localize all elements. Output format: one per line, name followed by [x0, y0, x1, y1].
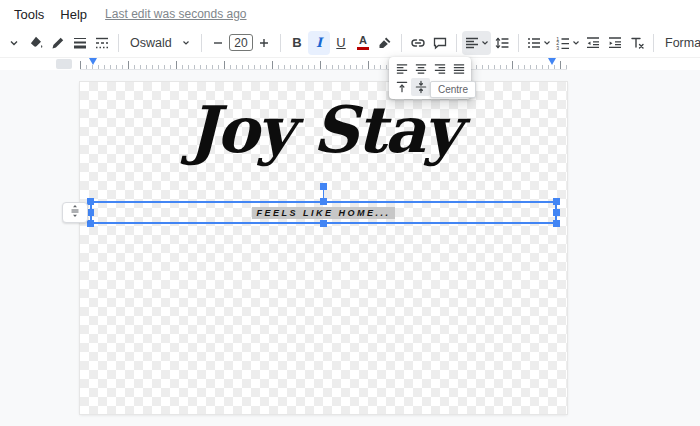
last-edit-link[interactable]: Last edit was seconds ago [105, 7, 246, 21]
bold-icon: B [292, 36, 301, 49]
clear-formatting-button[interactable] [626, 31, 648, 55]
align-justify-icon [452, 62, 466, 76]
toolbar: Oswald 20 B I U A [0, 28, 700, 58]
increase-indent-button[interactable] [604, 31, 626, 55]
add-comment-button[interactable] [429, 31, 451, 55]
selected-textbox[interactable]: FEELS LIKE HOME... [90, 201, 557, 224]
heading-text[interactable]: Joy Stay [80, 92, 567, 167]
resize-handle-bottom-right[interactable] [553, 220, 560, 227]
highlight-color-button[interactable] [374, 31, 396, 55]
align-button[interactable] [462, 31, 491, 55]
toolbar-separator [518, 34, 519, 52]
font-family-select[interactable]: Oswald [124, 31, 196, 55]
align-left-icon [464, 35, 480, 51]
border-color-button[interactable] [47, 31, 69, 55]
border-dash-button[interactable] [91, 31, 113, 55]
bold-button[interactable]: B [286, 31, 308, 55]
vertical-align-middle-option[interactable] [411, 78, 430, 96]
bulleted-list-icon [526, 35, 542, 51]
resize-handle-bottom-middle[interactable] [320, 220, 327, 227]
insert-link-button[interactable] [407, 31, 429, 55]
line-spacing-button[interactable] [491, 31, 513, 55]
chevron-down-icon [481, 39, 489, 47]
horizontal-ruler [80, 58, 567, 70]
indent-icon [607, 35, 623, 51]
paint-bucket-icon [28, 35, 44, 51]
drag-vertical-icon [68, 204, 82, 222]
chevron-down-icon [9, 38, 19, 48]
resize-handle-middle-left[interactable] [87, 209, 94, 216]
increase-font-size-button[interactable] [253, 31, 275, 55]
canvas: Joy Stay FEELS LIKE HOME... [0, 70, 700, 426]
text-color-button[interactable]: A [352, 31, 374, 55]
link-icon [410, 35, 426, 51]
align-center-icon [414, 62, 428, 76]
outdent-icon [585, 35, 601, 51]
dashed-lines-icon [94, 35, 110, 51]
italic-button[interactable]: I [308, 31, 330, 55]
highlighter-icon [377, 35, 393, 51]
drawing-page[interactable]: Joy Stay FEELS LIKE HOME... [80, 82, 567, 414]
align-right-icon [433, 62, 447, 76]
resize-handle-bottom-left[interactable] [87, 220, 94, 227]
vertical-align-top-icon [395, 80, 409, 94]
vertical-align-middle-icon [414, 80, 428, 94]
align-left-icon [395, 62, 409, 76]
tooltip: Centre [430, 81, 476, 98]
align-justify-option[interactable] [449, 60, 468, 78]
chevron-down-icon [182, 39, 190, 47]
toolbar-separator [280, 34, 281, 52]
toolbar-separator [118, 34, 119, 52]
align-center-option[interactable] [411, 60, 430, 78]
resize-handle-top-middle[interactable] [320, 198, 327, 205]
fill-color-button[interactable] [25, 31, 47, 55]
menu-tools[interactable]: Tools [6, 4, 52, 25]
toolbar-separator [653, 34, 654, 52]
underline-icon: U [336, 36, 345, 49]
resize-handle-middle-right[interactable] [553, 209, 560, 216]
numbered-list-button[interactable]: 123 [553, 31, 582, 55]
left-indent-marker[interactable] [89, 58, 97, 65]
right-indent-marker[interactable] [548, 58, 556, 65]
svg-text:3: 3 [556, 45, 559, 51]
toolbar-separator [401, 34, 402, 52]
overflow-dropdown-button[interactable] [3, 31, 25, 55]
toolbar-separator [201, 34, 202, 52]
menu-bar: Tools Help Last edit was seconds ago [0, 0, 700, 28]
font-family-value: Oswald [130, 36, 172, 50]
align-left-option[interactable] [392, 60, 411, 78]
resize-handle-top-left[interactable] [87, 198, 94, 205]
italic-icon: I [316, 36, 322, 49]
horizontal-align-row [392, 60, 468, 78]
vertical-align-top-option[interactable] [392, 78, 411, 96]
decrease-font-size-button[interactable] [207, 31, 229, 55]
resize-handle-top-right[interactable] [553, 198, 560, 205]
drag-handle-button[interactable] [62, 202, 88, 223]
menu-help[interactable]: Help [52, 4, 95, 25]
decrease-indent-button[interactable] [582, 31, 604, 55]
plus-icon [257, 36, 271, 50]
numbered-list-icon: 123 [555, 35, 571, 51]
comment-icon [432, 35, 448, 51]
format-options-button[interactable]: Format options [659, 31, 700, 55]
font-size-input[interactable]: 20 [229, 34, 253, 51]
text-color-icon: A [357, 35, 369, 50]
toolbar-separator [456, 34, 457, 52]
chevron-down-icon [543, 39, 551, 47]
bulleted-list-button[interactable] [524, 31, 553, 55]
minus-icon [211, 36, 225, 50]
border-weight-button[interactable] [69, 31, 91, 55]
align-right-option[interactable] [430, 60, 449, 78]
textbox-text[interactable]: FEELS LIKE HOME... [252, 207, 394, 219]
pen-icon [50, 35, 66, 51]
rotation-handle[interactable] [320, 183, 327, 190]
ruler-corner [56, 59, 72, 69]
line-spacing-icon [494, 35, 510, 51]
clear-formatting-icon [629, 35, 645, 51]
line-weight-icon [72, 35, 88, 51]
underline-button[interactable]: U [330, 31, 352, 55]
chevron-down-icon [572, 39, 580, 47]
